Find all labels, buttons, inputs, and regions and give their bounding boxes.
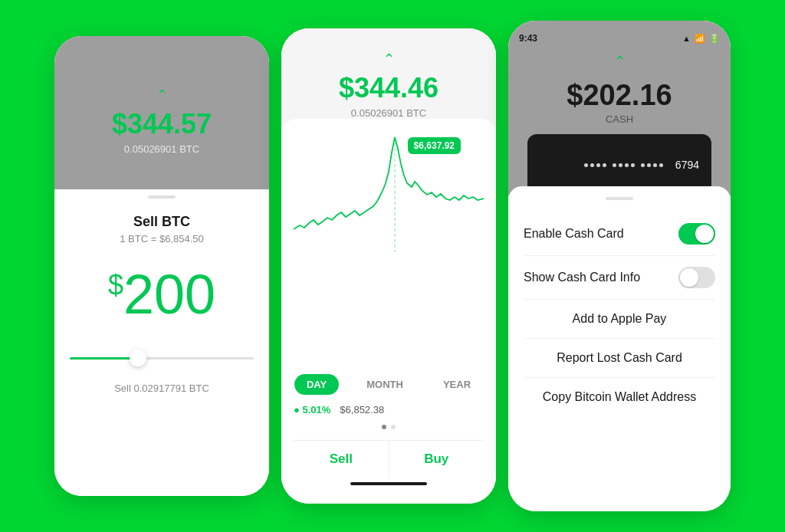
screen2: ⌃ $344.46 0.05026901 BTC $6,637.92 [281, 28, 496, 504]
amount-slider-container[interactable] [70, 349, 254, 367]
card-dot-5 [613, 163, 616, 167]
time-tabs: DAY MONTH YEAR [294, 374, 484, 395]
screens-container: ⌃ $344.57 0.05026901 BTC Sell BTC 1 BTC … [39, 5, 746, 527]
bottom-sheet: Enable Cash Card Show Cash Card Info Add… [508, 186, 731, 511]
chart-stats: ● 5.01% $6,852.38 [294, 404, 484, 415]
home-indicator [350, 482, 427, 485]
screen2-header: ⌃ $344.46 0.05026901 BTC [281, 28, 496, 128]
card-dot-3 [596, 163, 600, 167]
card-dot-group-3 [641, 163, 663, 167]
btc-header-sub: 0.05026901 BTC [124, 143, 199, 155]
buy-button[interactable]: Buy [389, 441, 484, 478]
sell-button[interactable]: Sell [294, 441, 389, 478]
sell-amount-value: 200 [123, 264, 215, 325]
wifi-icon: 📶 [695, 34, 705, 44]
status-bar: 9:43 ▲ 📶 🔋 [508, 30, 731, 47]
drag-handle[interactable] [148, 195, 176, 199]
screen1-header: ⌃ $344.57 0.05026901 BTC [54, 36, 269, 189]
screen2-body: $6,637.92 [281, 119, 496, 504]
screen2-header-amount: $344.46 [339, 72, 438, 104]
card-dot-12 [659, 163, 663, 167]
card-dot-11 [653, 163, 657, 167]
enable-cash-card-row: Enable Cash Card [508, 212, 731, 255]
screen1: ⌃ $344.57 0.05026901 BTC Sell BTC 1 BTC … [54, 36, 269, 496]
sell-title: Sell BTC [133, 214, 190, 230]
sheet-drag-handle[interactable] [606, 197, 633, 200]
screen2-header-sub: 0.05026901 BTC [351, 107, 426, 119]
phone-sell-btc: ⌃ $344.57 0.05026901 BTC Sell BTC 1 BTC … [54, 36, 269, 496]
phone-btc-chart: ⌃ $344.46 0.05026901 BTC $6,637.92 [281, 28, 496, 504]
status-time: 9:43 [519, 33, 537, 44]
dollar-sign: $ [108, 269, 123, 300]
card-dot-group-1 [584, 163, 606, 167]
card-dot-8 [631, 163, 635, 167]
chart-container: $6,637.92 [294, 130, 484, 365]
card-dot-9 [641, 163, 645, 167]
sell-amount: $200 [108, 263, 215, 326]
card-dot-7 [625, 163, 629, 167]
card-last4: 6794 [675, 159, 699, 171]
card-dot-10 [647, 163, 651, 167]
screen3: 9:43 ▲ 📶 🔋 ⌃ $202.16 CASH [508, 21, 731, 511]
signal-icon: ▲ [682, 34, 691, 43]
screen1-body: Sell BTC 1 BTC = $6,854.50 $200 Sell 0.0… [54, 180, 269, 496]
dots-indicator [294, 425, 484, 429]
tab-year[interactable]: YEAR [431, 374, 483, 395]
enable-card-toggle[interactable] [678, 223, 715, 245]
enable-cash-card-label: Enable Cash Card [524, 227, 624, 241]
card-dot-4 [603, 163, 606, 167]
card-dot-1 [584, 163, 588, 167]
chart-action-buttons: Sell Buy [294, 440, 484, 478]
screen3-header: 9:43 ▲ 📶 🔋 ⌃ $202.16 CASH [508, 21, 731, 195]
chart-tooltip: $6,637.92 [408, 137, 461, 154]
copy-btc-address-button[interactable]: Copy Bitcoin Wallet Address [508, 378, 731, 416]
show-card-info-row: Show Cash Card Info [508, 256, 731, 299]
sell-rate: 1 BTC = $6,854.50 [120, 233, 204, 245]
chevron-up-icon[interactable]: ⌃ [156, 87, 168, 103]
cash-label: CASH [606, 113, 633, 125]
slider-thumb[interactable] [130, 350, 146, 366]
btc-header-amount: $344.57 [112, 108, 212, 140]
show-card-info-toggle[interactable] [678, 267, 715, 288]
cash-amount: $202.16 [567, 79, 672, 112]
card-dot-2 [590, 163, 594, 167]
report-lost-card-button[interactable]: Report Lost Cash Card [508, 339, 731, 377]
card-dot-6 [619, 163, 622, 167]
card-dot-group-2 [613, 163, 635, 167]
toggle-thumb-on [695, 225, 714, 243]
phone-cash-card: 9:43 ▲ 📶 🔋 ⌃ $202.16 CASH [508, 21, 731, 511]
screen3-chevron-up-icon[interactable]: ⌃ [614, 53, 626, 70]
tab-month[interactable]: MONTH [354, 374, 415, 395]
slider-track [70, 357, 254, 360]
battery-icon: 🔋 [709, 34, 720, 44]
toggle-thumb-off [680, 268, 698, 287]
status-icons: ▲ 📶 🔋 [682, 34, 720, 44]
sell-btc-label: Sell 0.02917791 BTC [114, 383, 209, 394]
dot-2 [391, 425, 396, 429]
dot-1 [382, 425, 386, 429]
card-dots: 6794 [584, 159, 699, 171]
stat-percent: ● 5.01% [294, 404, 330, 415]
show-card-info-label: Show Cash Card Info [524, 271, 640, 284]
stat-price: $6,852.38 [340, 404, 384, 415]
screen2-chevron-up-icon[interactable]: ⌃ [383, 51, 395, 67]
add-apple-pay-button[interactable]: Add to Apple Pay [508, 300, 731, 338]
tab-day[interactable]: DAY [294, 374, 339, 395]
